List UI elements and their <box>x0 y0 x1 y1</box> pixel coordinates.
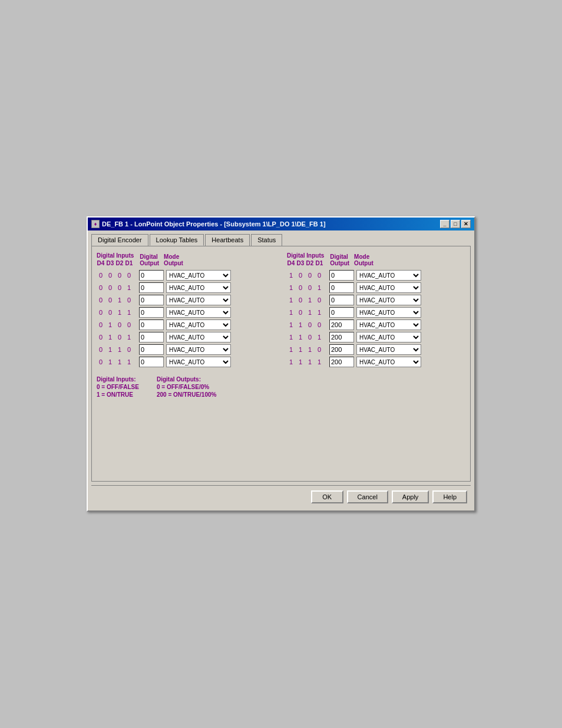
legend-inputs: Digital Inputs: 0 = OFF/FALSE 1 = ON/TRU… <box>97 376 139 398</box>
left-row4-output-input[interactable] <box>139 319 164 330</box>
right-table: Digital Inputs D4 D3 D2 D1 Digital Outpu… <box>287 252 465 369</box>
left-row1-mode-select[interactable]: HVAC_AUTOHVAC_HEATHVAC_COOLHVAC_FANHVAC_… <box>166 282 231 293</box>
table-row: 0110HVAC_AUTOHVAC_HEATHVAC_COOLHVAC_FANH… <box>97 344 275 355</box>
title-buttons: _ □ ✕ <box>440 220 471 228</box>
right-row4-output-input[interactable] <box>329 319 354 330</box>
left-row1-d4: 0 <box>97 284 105 291</box>
title-bar: ♦ DE_FB 1 - LonPoint Object Properties -… <box>88 218 474 230</box>
right-row6-d4: 1 <box>287 346 295 353</box>
right-d2-header: D2 <box>306 260 314 266</box>
legend-inputs-line1: 0 = OFF/FALSE <box>97 384 139 390</box>
cancel-button[interactable]: Cancel <box>347 490 388 503</box>
left-row4-d1: 0 <box>125 321 133 328</box>
left-row0-output-input[interactable] <box>139 270 164 281</box>
right-row7-d4: 1 <box>287 358 295 365</box>
left-row7-d2: 1 <box>115 358 124 365</box>
left-row6-mode-select[interactable]: HVAC_AUTOHVAC_HEATHVAC_COOLHVAC_FANHVAC_… <box>166 344 231 355</box>
left-row3-d3: 0 <box>106 309 114 316</box>
left-row3-mode-select[interactable]: HVAC_AUTOHVAC_HEATHVAC_COOLHVAC_FANHVAC_… <box>166 307 231 318</box>
left-row4-mode-select[interactable]: HVAC_AUTOHVAC_HEATHVAC_COOLHVAC_FANHVAC_… <box>166 319 231 330</box>
right-row6-mode-select[interactable]: HVAC_AUTOHVAC_HEATHVAC_COOLHVAC_FANHVAC_… <box>356 344 421 355</box>
close-button[interactable]: ✕ <box>461 220 471 228</box>
left-row1-d2: 0 <box>115 284 124 291</box>
right-row5-output-input[interactable] <box>329 332 354 342</box>
main-window: ♦ DE_FB 1 - LonPoint Object Properties -… <box>87 216 475 512</box>
right-output-header2: Output <box>330 260 349 266</box>
left-row1-output-input[interactable] <box>139 282 164 293</box>
tab-heartbeats[interactable]: Heartbeats <box>205 234 250 246</box>
right-row1-d2: 0 <box>306 284 314 291</box>
right-row4-mode-select[interactable]: HVAC_AUTOHVAC_HEATHVAC_COOLHVAC_FANHVAC_… <box>356 319 421 330</box>
left-row7-output-input[interactable] <box>139 357 164 367</box>
tab-lookup-tables[interactable]: Lookup Tables <box>150 234 204 246</box>
apply-button[interactable]: Apply <box>392 490 429 503</box>
left-row3-d4: 0 <box>97 309 105 316</box>
right-row5-d1: 1 <box>315 334 323 341</box>
right-row1-d3: 0 <box>296 284 305 291</box>
right-row4-d2: 0 <box>306 321 314 328</box>
left-row2-mode-select[interactable]: HVAC_AUTOHVAC_HEATHVAC_COOLHVAC_FANHVAC_… <box>166 295 231 305</box>
left-row6-output-input[interactable] <box>139 344 164 355</box>
left-table: Digital Inputs D4 D3 D2 D1 Digital Outpu… <box>97 252 275 369</box>
help-button[interactable]: Help <box>432 490 467 503</box>
right-row0-mode-select[interactable]: HVAC_AUTOHVAC_HEATHVAC_COOLHVAC_FANHVAC_… <box>356 270 421 281</box>
right-row1-output-input[interactable] <box>329 282 354 293</box>
right-row7-d3: 1 <box>296 358 305 365</box>
left-row2-output-input[interactable] <box>139 295 164 305</box>
right-row6-output-input[interactable] <box>329 344 354 355</box>
right-row2-d4: 1 <box>287 297 295 304</box>
right-row0-output-input[interactable] <box>329 270 354 281</box>
tab-digital-encoder[interactable]: Digital Encoder <box>91 234 148 246</box>
minimize-button[interactable]: _ <box>440 220 449 228</box>
right-row7-output-input[interactable] <box>329 357 354 367</box>
tab-status[interactable]: Status <box>251 234 282 246</box>
left-row6-d2: 1 <box>115 346 124 353</box>
right-output-header: Digital <box>330 253 349 260</box>
table-row: 1011HVAC_AUTOHVAC_HEATHVAC_COOLHVAC_FANH… <box>287 307 465 318</box>
left-row7-d4: 0 <box>97 358 105 365</box>
right-row3-d3: 0 <box>296 309 305 316</box>
right-row5-mode-select[interactable]: HVAC_AUTOHVAC_HEATHVAC_COOLHVAC_FANHVAC_… <box>356 332 421 342</box>
right-row7-mode-select[interactable]: HVAC_AUTOHVAC_HEATHVAC_COOLHVAC_FANHVAC_… <box>356 357 421 367</box>
right-row4-d1: 0 <box>315 321 323 328</box>
left-d1-header: D1 <box>125 260 133 266</box>
ok-button[interactable]: OK <box>311 490 343 503</box>
table-row: 1010HVAC_AUTOHVAC_HEATHVAC_COOLHVAC_FANH… <box>287 295 465 305</box>
left-row4-d4: 0 <box>97 321 105 328</box>
left-d4-header: D4 <box>97 260 105 266</box>
left-row5-mode-select[interactable]: HVAC_AUTOHVAC_HEATHVAC_COOLHVAC_FANHVAC_… <box>166 332 231 342</box>
right-mode-header2: Output <box>354 260 373 266</box>
right-row0-d4: 1 <box>287 272 295 279</box>
left-row7-d3: 1 <box>106 358 114 365</box>
left-row0-mode-select[interactable]: HVAC_AUTOHVAC_HEATHVAC_COOLHVAC_FANHVAC_… <box>166 270 231 281</box>
right-row2-mode-select[interactable]: HVAC_AUTOHVAC_HEATHVAC_COOLHVAC_FANHVAC_… <box>356 295 421 305</box>
left-row3-output-input[interactable] <box>139 307 164 318</box>
legend-area: Digital Inputs: 0 = OFF/FALSE 1 = ON/TRU… <box>97 376 465 398</box>
window-title: DE_FB 1 - LonPoint Object Properties - [… <box>102 220 326 228</box>
table-row: 1001HVAC_AUTOHVAC_HEATHVAC_COOLHVAC_FANH… <box>287 282 465 293</box>
table-row: 1110HVAC_AUTOHVAC_HEATHVAC_COOLHVAC_FANH… <box>287 344 465 355</box>
right-row0-d1: 0 <box>315 272 323 279</box>
left-row7-mode-select[interactable]: HVAC_AUTOHVAC_HEATHVAC_COOLHVAC_FANHVAC_… <box>166 357 231 367</box>
right-row3-output-input[interactable] <box>329 307 354 318</box>
left-mode-header2: Output <box>164 260 183 266</box>
right-row2-output-input[interactable] <box>329 295 354 305</box>
window-body: Digital Encoder Lookup Tables Heartbeats… <box>88 230 474 510</box>
left-headers: Digital Inputs D4 D3 D2 D1 Digital Outpu… <box>97 252 275 266</box>
left-d2-header: D2 <box>115 260 124 266</box>
left-row7-d1: 1 <box>125 358 133 365</box>
right-d3-header: D3 <box>296 260 305 266</box>
right-row1-mode-select[interactable]: HVAC_AUTOHVAC_HEATHVAC_COOLHVAC_FANHVAC_… <box>356 282 421 293</box>
right-d1-header: D1 <box>315 260 323 266</box>
left-d3-header: D3 <box>106 260 114 266</box>
table-row: 1111HVAC_AUTOHVAC_HEATHVAC_COOLHVAC_FANH… <box>287 357 465 367</box>
right-row4-d4: 1 <box>287 321 295 328</box>
maximize-button[interactable]: □ <box>451 220 460 228</box>
right-row3-d4: 1 <box>287 309 295 316</box>
right-row3-mode-select[interactable]: HVAC_AUTOHVAC_HEATHVAC_COOLHVAC_FANHVAC_… <box>356 307 421 318</box>
left-row5-d3: 1 <box>106 334 114 341</box>
left-row2-d4: 0 <box>97 297 105 304</box>
table-row: 1000HVAC_AUTOHVAC_HEATHVAC_COOLHVAC_FANH… <box>287 270 465 281</box>
right-row0-d2: 0 <box>306 272 314 279</box>
left-row5-output-input[interactable] <box>139 332 164 342</box>
